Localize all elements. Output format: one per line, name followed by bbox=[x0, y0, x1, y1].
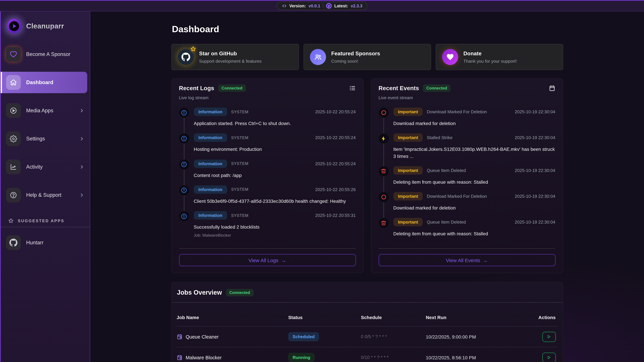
event-timestamp: 2025-10-19 22:30:04 bbox=[515, 135, 555, 140]
log-message: Application started. Press Ctrl+C to shu… bbox=[194, 120, 356, 127]
sidebar-item-huntarr[interactable]: Huntarr bbox=[1, 232, 90, 253]
sidebar-item-label: Settings bbox=[26, 136, 74, 142]
jobs-connected-badge: Connected bbox=[226, 289, 254, 296]
recent-events-subtitle: Live event stream bbox=[378, 95, 555, 100]
donate-card[interactable]: Donate Thank you for your support! bbox=[436, 44, 563, 70]
suggested-apps-header: SUGGESTED APPS bbox=[1, 213, 90, 227]
event-type: Stalled Strike bbox=[427, 135, 452, 140]
status-badge: Scheduled bbox=[288, 332, 319, 341]
log-entry: InformationSYSTEM2025-10-22 20:55:26 Cli… bbox=[179, 185, 356, 205]
lightning-icon bbox=[378, 134, 388, 144]
people-icon bbox=[310, 49, 326, 65]
recent-events-title: Recent Events bbox=[378, 85, 419, 92]
arrow-right-icon: → bbox=[281, 257, 286, 263]
column-header-schedule: Schedule bbox=[361, 315, 426, 320]
gear-icon bbox=[6, 131, 21, 146]
sidebar-item-activity[interactable]: Activity bbox=[1, 156, 90, 178]
events-connected-badge: Connected bbox=[423, 84, 450, 92]
event-type: Download Marked For Deletion bbox=[427, 194, 487, 199]
sidebar-nav: Become A Sponsor Dashboard Media Apps bbox=[1, 39, 90, 206]
log-entry: InformationSYSTEM2025-10-22 20:55:24 Hos… bbox=[179, 134, 356, 153]
event-timestamp: 2025-10-19 22:30:04 bbox=[515, 168, 555, 173]
recent-logs-panel: Recent Logs Connected Live log stream bbox=[171, 78, 364, 273]
log-timestamp: 2025-10-22 20:55:24 bbox=[315, 109, 356, 114]
event-severity-badge: Important bbox=[393, 134, 423, 142]
log-entry: InformationSYSTEM2025-10-22 20:55:24 Con… bbox=[179, 159, 356, 179]
jobs-overview-panel: Jobs Overview Connected Job Name Status … bbox=[171, 282, 563, 362]
view-all-logs-button[interactable]: View All Logs → bbox=[179, 254, 356, 266]
log-message: Content root path: /app bbox=[194, 172, 356, 179]
sidebar-divider bbox=[1, 227, 90, 227]
app-name: Cleanuparr bbox=[26, 22, 64, 30]
sidebar-item-become-a-sponsor[interactable]: Become A Sponsor bbox=[1, 43, 90, 65]
event-type: Queue Item Deleted bbox=[427, 168, 466, 173]
log-entry: InformationSYSTEM2025-10-22 20:55:31 Suc… bbox=[179, 211, 356, 238]
github-icon bbox=[326, 3, 332, 9]
log-source: SYSTEM bbox=[231, 187, 248, 192]
view-all-events-button[interactable]: View All Events → bbox=[378, 254, 555, 266]
version-value: v0.0.1 bbox=[308, 3, 320, 8]
recent-events-panel: Recent Events Connected Live event strea… bbox=[371, 78, 563, 273]
event-stream: ImportantDownload Marked For Deletion202… bbox=[378, 108, 555, 247]
table-row: Queue Cleaner Scheduled 0 0/5 * ? * * * … bbox=[176, 326, 558, 347]
app-window: Version: v0.0.1 Latest: v2.3.3 Cleanupar… bbox=[0, 0, 644, 362]
log-timestamp: 2025-10-22 20:55:24 bbox=[315, 161, 356, 166]
featured-sponsors-card[interactable]: Featured Sponsors Coming soon! bbox=[304, 44, 431, 70]
event-message: Download marked for deletion bbox=[393, 204, 555, 211]
info-icon bbox=[179, 134, 189, 144]
sidebar-item-label: Huntarr bbox=[26, 240, 84, 246]
sidebar-item-media-apps[interactable]: Media Apps bbox=[1, 100, 90, 121]
jobs-overview-title: Jobs Overview bbox=[177, 289, 222, 296]
log-level-badge: Information bbox=[194, 134, 227, 142]
github-icon bbox=[6, 235, 21, 250]
log-message: Successfully loaded 2 blocklists bbox=[194, 224, 356, 230]
panel-divider bbox=[179, 248, 356, 249]
event-severity-badge: Important bbox=[393, 166, 423, 175]
log-source: SYSTEM bbox=[231, 135, 248, 140]
sidebar-item-label: Media Apps bbox=[26, 108, 74, 114]
card-title: Star on GitHub bbox=[199, 50, 262, 56]
log-level-badge: Information bbox=[194, 108, 227, 116]
table-row: Malware Blocker Running 0/10 * * ? * * *… bbox=[176, 347, 558, 362]
run-job-button[interactable] bbox=[542, 353, 556, 362]
app-logo-icon bbox=[7, 19, 22, 33]
event-entry: ImportantDownload Marked For Deletion202… bbox=[378, 108, 555, 127]
event-type: Download Marked For Deletion bbox=[427, 109, 487, 114]
column-header-next-run: Next Run bbox=[426, 315, 524, 320]
version-pill[interactable]: Version: v0.0.1 Latest: v2.3.3 bbox=[276, 2, 368, 10]
calendar-clock-icon bbox=[176, 355, 182, 360]
app-logo-row[interactable]: Cleanuparr bbox=[1, 16, 90, 39]
jobs-divider bbox=[172, 302, 563, 303]
card-subtitle: Thank you for your support! bbox=[464, 58, 517, 63]
event-timestamp: 2025-10-19 22:30:04 bbox=[515, 109, 555, 114]
card-title: Donate bbox=[464, 50, 517, 56]
chevron-right-icon bbox=[79, 108, 84, 113]
gold-star-icon bbox=[190, 46, 196, 53]
log-source: SYSTEM bbox=[231, 213, 248, 218]
job-next-run: 10/22/2025, 8:56:10 PM bbox=[426, 355, 524, 360]
calendar-icon bbox=[548, 85, 555, 91]
log-timestamp: 2025-10-22 20:55:26 bbox=[315, 187, 356, 192]
event-entry: ImportantDownload Marked For Deletion202… bbox=[378, 192, 555, 211]
red-circle-icon bbox=[378, 108, 388, 118]
log-level-badge: Information bbox=[194, 185, 227, 194]
event-entry: ImportantQueue Item Deleted2025-10-19 22… bbox=[378, 218, 555, 237]
sidebar-item-settings[interactable]: Settings bbox=[1, 128, 90, 149]
main-content: Dashboard Star on GitHub Support develop… bbox=[90, 11, 644, 362]
sidebar-item-label: Become A Sponsor bbox=[26, 51, 84, 57]
job-name: Queue Cleaner bbox=[186, 334, 219, 339]
calendar-clock-icon bbox=[176, 334, 182, 340]
sidebar-item-dashboard[interactable]: Dashboard bbox=[1, 72, 87, 93]
logs-connected-badge: Connected bbox=[218, 84, 246, 92]
event-message: Deleting item from queue with reason: St… bbox=[393, 179, 555, 186]
sidebar-item-help-support[interactable]: Help & Support bbox=[1, 184, 90, 206]
code-icon bbox=[282, 3, 286, 8]
event-message: Download marked for deletion bbox=[393, 120, 555, 127]
run-job-button[interactable] bbox=[542, 332, 556, 342]
arrow-right-icon: → bbox=[483, 257, 488, 263]
job-schedule: 0 0/5 * ? * * * bbox=[361, 334, 426, 339]
red-circle-icon bbox=[378, 192, 388, 202]
star-on-github-card[interactable]: Star on GitHub Support development & fea… bbox=[171, 44, 299, 70]
event-type: Queue Item Deleted bbox=[427, 220, 466, 225]
latest-label: Latest: bbox=[334, 3, 348, 8]
